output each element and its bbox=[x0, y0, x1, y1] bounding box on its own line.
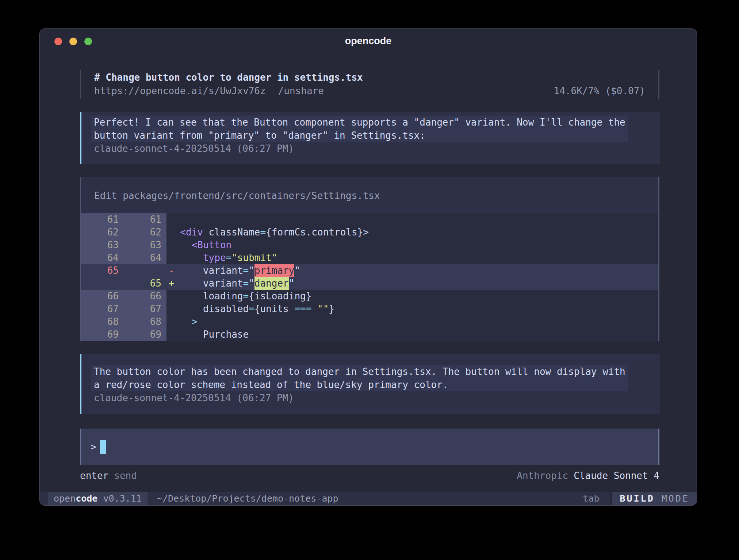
mode-name: BUILD bbox=[620, 493, 654, 504]
message-model-meta: claude-sonnet-4-20250514 (06:27 PM) bbox=[94, 391, 648, 404]
prompt-input[interactable]: > bbox=[80, 429, 659, 465]
working-directory: ~/Desktop/Projects/demo-notes-app bbox=[157, 492, 338, 505]
new-line-number: 68 bbox=[124, 315, 166, 328]
build-mode-chip[interactable]: BUILD MODE bbox=[610, 492, 697, 505]
message-paragraph: Perfect! I can see that the Button compo… bbox=[91, 116, 628, 142]
model-name: Claude Sonnet 4 bbox=[574, 469, 659, 482]
diff-rows: 61616262 <div className={formCs.controls… bbox=[81, 213, 658, 341]
new-line-number: 63 bbox=[124, 239, 166, 252]
diff-code-line bbox=[166, 213, 658, 226]
session-subline: https://opencode.ai/s/UwJxv76z /unshare … bbox=[94, 84, 645, 98]
diff-code-line: + variant="danger" bbox=[166, 277, 658, 290]
old-line-number: 64 bbox=[81, 252, 124, 264]
old-line-number: 68 bbox=[81, 315, 124, 328]
new-line-number: 62 bbox=[124, 226, 166, 239]
diff-row: 6464 type="submit" bbox=[81, 252, 658, 264]
diff-code-line: loading={isLoading} bbox=[166, 290, 658, 303]
minimize-window-button[interactable] bbox=[69, 38, 77, 45]
session-header: # Change button color to danger in setti… bbox=[80, 70, 659, 99]
close-window-button[interactable] bbox=[54, 38, 62, 45]
diff-code-line: Purchase bbox=[166, 328, 658, 341]
app-window: opencode # Change button color to danger… bbox=[39, 28, 697, 506]
new-line-number: 61 bbox=[124, 213, 166, 226]
diff-row: 6767 disabled={units === ""} bbox=[81, 303, 658, 315]
diff-row: 6262 <div className={formCs.controls}> bbox=[81, 226, 658, 239]
traffic-lights bbox=[54, 38, 92, 45]
old-line-number: 65 bbox=[81, 264, 124, 277]
assistant-message: The button color has been changed to dan… bbox=[80, 354, 659, 414]
old-line-number bbox=[81, 277, 124, 290]
message-line: Perfect! I can see that the Button compo… bbox=[94, 116, 625, 129]
hint-row: enter send Anthropic Claude Sonnet 4 bbox=[80, 469, 659, 482]
zoom-window-button[interactable] bbox=[84, 38, 92, 45]
window-title: opencode bbox=[40, 29, 697, 53]
diff-row: 6363 <Button bbox=[81, 239, 658, 252]
tab-key-hint: tab bbox=[583, 492, 599, 505]
new-line-number: 66 bbox=[124, 290, 166, 303]
diff-row: 6969 Purchase bbox=[81, 328, 658, 341]
diff-code-line: <div className={formCs.controls}> bbox=[166, 226, 658, 239]
message-line: button variant from "primary" to "danger… bbox=[94, 129, 625, 142]
old-line-number: 61 bbox=[81, 213, 124, 226]
new-line-number: 69 bbox=[124, 328, 166, 341]
text-cursor bbox=[100, 440, 106, 454]
assistant-message: Perfect! I can see that the Button compo… bbox=[80, 112, 659, 164]
old-line-number: 62 bbox=[81, 226, 124, 239]
diff-code-line: > bbox=[166, 315, 658, 328]
prompt-symbol: > bbox=[91, 441, 96, 452]
app-name-prefix: open bbox=[54, 493, 76, 504]
app-name-suffix: code bbox=[76, 493, 97, 504]
new-line-number: 67 bbox=[124, 303, 166, 315]
context-stats: 14.6K/7% ($0.07) bbox=[554, 84, 645, 98]
diff-row: 6868 > bbox=[81, 315, 658, 328]
mode-label: MODE bbox=[655, 493, 689, 504]
provider-name: Anthropic bbox=[517, 469, 568, 482]
message-model-meta: claude-sonnet-4-20250514 (06:27 PM) bbox=[94, 142, 648, 155]
old-line-number: 66 bbox=[81, 290, 124, 303]
new-line-number: 65 bbox=[124, 277, 166, 290]
app-version-chip: opencode v0.3.11 bbox=[48, 492, 148, 505]
old-line-number: 69 bbox=[81, 328, 124, 341]
enter-key-hint: enter bbox=[80, 469, 108, 482]
app-version bbox=[97, 493, 103, 504]
session-title: # Change button color to danger in setti… bbox=[94, 71, 645, 84]
diff-code-line: - variant="primary" bbox=[166, 264, 658, 277]
old-line-number: 67 bbox=[81, 303, 124, 315]
message-line: The button color has been changed to dan… bbox=[94, 365, 625, 378]
old-line-number: 63 bbox=[81, 239, 124, 252]
app-version-number: v0.3.11 bbox=[103, 493, 142, 504]
status-bar: opencode v0.3.11 ~/Desktop/Projects/demo… bbox=[40, 492, 697, 505]
titlebar: opencode bbox=[40, 29, 697, 53]
main-column: # Change button color to danger in setti… bbox=[80, 70, 659, 482]
diff-code-line: type="submit" bbox=[166, 252, 658, 264]
share-url: https://opencode.ai/s/UwJxv76z bbox=[94, 84, 266, 98]
message-paragraph: The button color has been changed to dan… bbox=[91, 365, 628, 391]
diff-row: 6161 bbox=[81, 213, 658, 226]
unshare-command[interactable]: /unshare bbox=[278, 84, 324, 98]
new-line-number: 64 bbox=[124, 252, 166, 264]
diff-code-line: <Button bbox=[166, 239, 658, 252]
new-line-number bbox=[124, 264, 166, 277]
edit-tool-title: Edit packages/frontend/src/containers/Se… bbox=[81, 177, 658, 213]
diff-row: 65+ variant="danger" bbox=[81, 277, 658, 290]
send-action-hint: send bbox=[114, 469, 137, 482]
diff-row: 6666 loading={isLoading} bbox=[81, 290, 658, 303]
message-line: a red/rose color scheme instead of the b… bbox=[94, 378, 625, 391]
edit-tool-block: Edit packages/frontend/src/containers/Se… bbox=[80, 177, 659, 341]
diff-row: 65- variant="primary" bbox=[81, 264, 658, 277]
diff-code-line: disabled={units === ""} bbox=[166, 303, 658, 315]
